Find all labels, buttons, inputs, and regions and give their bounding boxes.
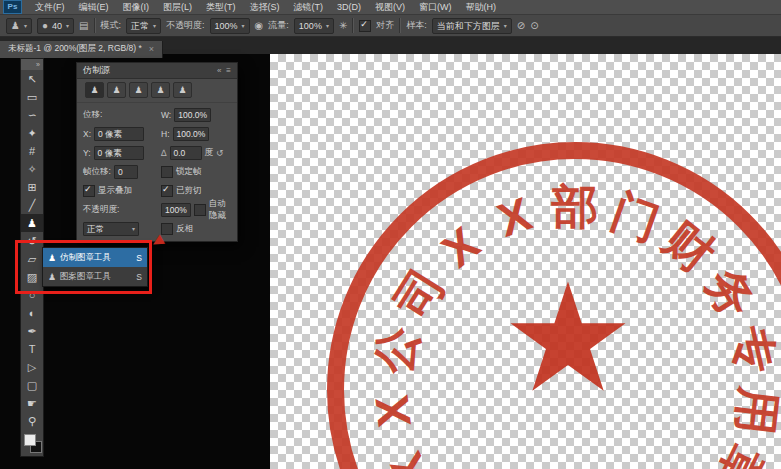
reset-transform-icon[interactable]: ↺ [216, 148, 224, 158]
menu-window[interactable]: 窗口(W) [412, 0, 459, 14]
panel-opacity-label: 不透明度: [83, 204, 119, 216]
tool-lasso[interactable]: ∽ [21, 106, 43, 124]
flow-dropdown[interactable]: 100% ▾ [294, 18, 334, 34]
color-swatches [21, 432, 43, 456]
x-label: X: [83, 129, 91, 139]
tool-crop[interactable]: # [21, 142, 43, 160]
annotation-rectangle [15, 240, 152, 294]
stamp-star: ★ [501, 263, 635, 413]
brush-tip-icon: ● [42, 19, 48, 33]
clone-source-button-4[interactable]: ♟ [151, 82, 170, 98]
panel-opacity-field[interactable]: 100% [161, 203, 191, 217]
tool-rectangle-shape[interactable]: ▢ [21, 376, 43, 394]
clone-source-button-3[interactable]: ♟ [129, 82, 148, 98]
tool-clone-stamp[interactable]: ♟ [21, 214, 43, 232]
menu-filter[interactable]: 滤镜(T) [287, 0, 331, 14]
canvas[interactable]: ★ X X 公 司 X X 部 门 财 务 专 用 章 [270, 54, 781, 469]
sample-value: 当前和下方图层 [437, 19, 500, 33]
y-field[interactable]: 0 像素 [94, 146, 144, 160]
tool-rectangular-marquee[interactable]: ▭ [21, 88, 43, 106]
show-overlay-checkbox[interactable] [83, 185, 95, 197]
menu-select[interactable]: 选择(S) [243, 0, 287, 14]
collapse-panel-icon[interactable]: » [21, 59, 43, 70]
menu-bar: Ps 文件(F) 编辑(E) 图像(I) 图层(L) 类型(T) 选择(S) 滤… [0, 0, 781, 15]
tool-spot-healing-brush[interactable]: ⊞ [21, 178, 43, 196]
tool-hand[interactable]: ☛ [21, 394, 43, 412]
menu-layer[interactable]: 图层(L) [156, 0, 199, 14]
opacity-dropdown[interactable]: 100% ▾ [210, 18, 250, 34]
frame-offset-field[interactable]: 0 [114, 165, 138, 179]
chevron-down-icon: ▾ [326, 19, 329, 33]
airbrush-icon[interactable]: ✳ [339, 20, 347, 31]
sample-label: 样本: [406, 19, 427, 32]
chevron-down-icon: ▾ [242, 19, 245, 33]
clone-source-button-5[interactable]: ♟ [173, 82, 192, 98]
clipped-checkbox[interactable] [161, 185, 173, 197]
menu-image[interactable]: 图像(I) [116, 0, 157, 14]
y-label: Y: [83, 148, 91, 158]
autohide-checkbox[interactable] [194, 204, 206, 216]
sample-dropdown[interactable]: 当前和下方图层 ▾ [432, 18, 512, 34]
opacity-label: 不透明度: [166, 19, 205, 32]
lock-frame-label: 锁定帧 [176, 166, 202, 178]
panel-title: 仿制源 [83, 64, 110, 77]
clone-source-panel: 仿制源 « ≡ ♟ ♟ ♟ ♟ ♟ 位移: W: 100.0% X: 0 像素 … [76, 62, 238, 242]
show-overlay-label: 显示叠加 [98, 185, 132, 197]
tool-quick-selection[interactable]: ✦ [21, 124, 43, 142]
tool-preset-dropdown[interactable]: ♟ ▾ [6, 18, 32, 34]
photoshop-logo: Ps [3, 0, 22, 14]
tool-path-selection[interactable]: ▷ [21, 358, 43, 376]
close-icon[interactable]: × [149, 44, 154, 54]
tool-pen[interactable]: ✒ [21, 322, 43, 340]
invert-checkbox[interactable] [161, 223, 173, 235]
clone-source-button-2[interactable]: ♟ [107, 82, 126, 98]
menu-type[interactable]: 类型(T) [199, 0, 243, 14]
tool-dodge[interactable]: ◐ [21, 304, 43, 322]
angle-field[interactable]: 0.0 [170, 146, 202, 160]
collapse-panel-icon[interactable]: « [217, 66, 221, 75]
width-field[interactable]: 100.0% [174, 108, 211, 122]
offset-label: 位移: [83, 109, 102, 121]
menu-help[interactable]: 帮助(H) [459, 0, 504, 14]
brush-preset-picker[interactable]: ● 40 ▾ [37, 18, 74, 34]
opacity-value: 100% [215, 19, 238, 33]
pressure-size-icon[interactable]: ⊙ [530, 20, 538, 31]
tool-move[interactable]: ↖ [21, 70, 43, 88]
document-tab[interactable]: 未标题-1 @ 200%(图层 2, RGB/8) * × [0, 41, 163, 58]
menu-view[interactable]: 视图(V) [368, 0, 412, 14]
invert-label: 反相 [176, 223, 193, 235]
options-separator [94, 18, 96, 33]
tool-type[interactable]: T [21, 340, 43, 358]
lock-frame-checkbox[interactable] [161, 166, 173, 178]
pressure-opacity-icon[interactable]: ◉ [255, 20, 264, 31]
chevron-down-icon: ▾ [153, 19, 156, 33]
mode-value: 正常 [131, 19, 149, 33]
tool-zoom[interactable]: ⚲ [21, 412, 43, 430]
ignore-adjustment-layers-icon[interactable]: ⊘ [517, 20, 525, 31]
menu-edit[interactable]: 编辑(E) [72, 0, 116, 14]
toggle-brush-panel-icon[interactable]: ▤ [79, 20, 88, 31]
align-label: 对齐 [376, 19, 394, 32]
panel-title-bar[interactable]: 仿制源 « ≡ [77, 63, 237, 79]
tool-brush[interactable]: ╱ [21, 196, 43, 214]
mode-dropdown[interactable]: 正常 ▾ [126, 18, 161, 34]
foreground-color-swatch[interactable] [24, 434, 36, 446]
angle-unit-label: 度 [205, 147, 214, 159]
clone-source-button-1[interactable]: ♟ [85, 82, 104, 98]
menu-file[interactable]: 文件(F) [28, 0, 72, 14]
document-tab-bar: 未标题-1 @ 200%(图层 2, RGB/8) * × [0, 37, 781, 54]
height-field[interactable]: 100.0% [173, 127, 210, 141]
clone-source-buttons: ♟ ♟ ♟ ♟ ♟ [77, 79, 237, 103]
panel-menu-icon[interactable]: ≡ [226, 66, 231, 75]
stamp-char: 用 [726, 380, 781, 442]
panel-body: 位移: W: 100.0% X: 0 像素 H: 100.0% Y: 0 像素 … [77, 103, 237, 241]
options-separator [352, 18, 354, 33]
stamp-char: X [362, 380, 424, 442]
x-field[interactable]: 0 像素 [94, 127, 144, 141]
blend-mode-dropdown[interactable]: 正常 ▾ [83, 222, 139, 236]
align-checkbox[interactable] [359, 20, 371, 32]
tool-eyedropper[interactable]: ✧ [21, 160, 43, 178]
chevron-down-icon: ▾ [504, 19, 507, 33]
stamp-char: 专 [720, 316, 781, 383]
menu-3d[interactable]: 3D(D) [330, 0, 368, 14]
